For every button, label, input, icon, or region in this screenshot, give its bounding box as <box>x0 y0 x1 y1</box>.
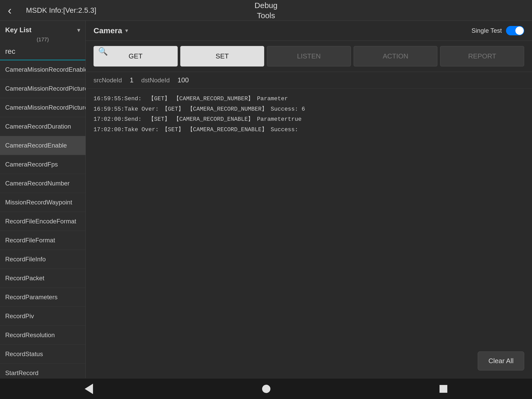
sidebar-count: (177) <box>37 37 49 42</box>
action-buttons: GET SET LISTEN ACTION REPORT <box>86 41 532 72</box>
set-button[interactable]: SET <box>180 46 264 66</box>
log-area: 16:59:55:Send: 【GET】 【CAMERA_RECORD_NUMB… <box>86 89 532 378</box>
list-item[interactable]: RecordFileInfo <box>0 250 85 269</box>
dropdown-arrow-icon: ▾ <box>125 27 128 34</box>
report-button[interactable]: REPORT <box>440 46 524 66</box>
home-nav-icon <box>262 385 270 393</box>
log-line: 16:59:55:Send: 【GET】 【CAMERA_RECORD_NUMB… <box>94 94 524 104</box>
sidebar-header: Key List ▾ <box>0 21 85 37</box>
app-title: MSDK Info:[Ver:2.5.3] <box>26 6 96 15</box>
list-item[interactable]: CameraMissionRecordPictureStorageSet <box>0 98 85 117</box>
top-bar: ‹ MSDK Info:[Ver:2.5.3] Debug Tools <box>0 0 532 21</box>
listen-button[interactable]: LISTEN <box>267 46 351 66</box>
key-list: CameraMissionRecordEnableCameraMissionRe… <box>0 60 85 378</box>
list-item[interactable]: CameraRecordFps <box>0 155 85 174</box>
sidebar: Key List ▾ (177) 🔍 CameraMissionRecordEn… <box>0 21 86 378</box>
single-test-label: Single Test <box>471 27 502 34</box>
camera-label: Camera <box>94 26 122 35</box>
log-line: 17:02:00:Take Over: 【SET】 【CAMERA_RECORD… <box>94 125 524 135</box>
recents-nav-icon <box>440 385 447 393</box>
list-item[interactable]: MissionRecordWaypoint <box>0 193 85 212</box>
back-icon: ‹ <box>8 4 12 17</box>
clear-all-button[interactable]: Clear All <box>478 351 524 370</box>
sidebar-title: Key List <box>5 26 31 34</box>
list-item[interactable]: CameraRecordDuration <box>0 117 85 136</box>
main-content: Key List ▾ (177) 🔍 CameraMissionRecordEn… <box>0 21 532 378</box>
list-item[interactable]: RecordPacket <box>0 269 85 288</box>
list-item[interactable]: RecordStatus <box>0 345 85 364</box>
right-header: Camera ▾ Single Test <box>86 21 532 41</box>
bottom-nav <box>0 378 532 399</box>
list-item[interactable]: CameraMissionRecordEnable <box>0 60 85 79</box>
page-title: Debug Tools <box>255 0 277 21</box>
search-container: 🔍 <box>0 44 85 60</box>
node-row: srcNodeId 1 dstNodeId 100 <box>86 72 532 89</box>
home-nav-button[interactable] <box>262 385 270 393</box>
list-item[interactable]: CameraRecordNumber <box>0 174 85 193</box>
list-item[interactable]: RecordResolution <box>0 326 85 345</box>
right-panel: Camera ▾ Single Test GET SET LISTEN ACTI… <box>86 21 532 378</box>
dst-node-value: 100 <box>177 76 189 84</box>
list-item[interactable]: RecordFileFormat <box>0 231 85 250</box>
action-button[interactable]: ACTION <box>354 46 438 66</box>
back-nav-button[interactable] <box>85 384 93 394</box>
list-item[interactable]: RecordParameters <box>0 288 85 307</box>
back-nav-icon <box>85 384 93 394</box>
chevron-down-icon: ▾ <box>77 26 80 34</box>
dst-node-label: dstNodeId <box>141 77 170 84</box>
single-test-container: Single Test <box>471 26 524 35</box>
list-item[interactable]: CameraMissionRecordPictureStorageGet <box>0 79 85 98</box>
search-input[interactable] <box>5 47 98 56</box>
log-line: 16:59:55:Take Over: 【GET】 【CAMERA_RECORD… <box>94 104 524 115</box>
single-test-toggle[interactable] <box>506 26 524 35</box>
list-item[interactable]: StartRecord <box>0 364 85 378</box>
list-item[interactable]: RecordFileEncodeFormat <box>0 212 85 231</box>
recents-nav-button[interactable] <box>440 385 447 393</box>
src-node-value: 1 <box>130 76 133 84</box>
back-button[interactable]: ‹ <box>8 4 12 17</box>
list-item[interactable]: RecordPiv <box>0 307 85 326</box>
search-icon: 🔍 <box>98 47 108 56</box>
camera-selector[interactable]: Camera ▾ <box>94 26 128 35</box>
src-node-label: srcNodeId <box>94 77 122 84</box>
toggle-knob <box>515 26 524 35</box>
log-line: 17:02:00:Send: 【SET】 【CAMERA_RECORD_ENAB… <box>94 114 524 125</box>
list-item[interactable]: CameraRecordEnable <box>0 136 85 155</box>
